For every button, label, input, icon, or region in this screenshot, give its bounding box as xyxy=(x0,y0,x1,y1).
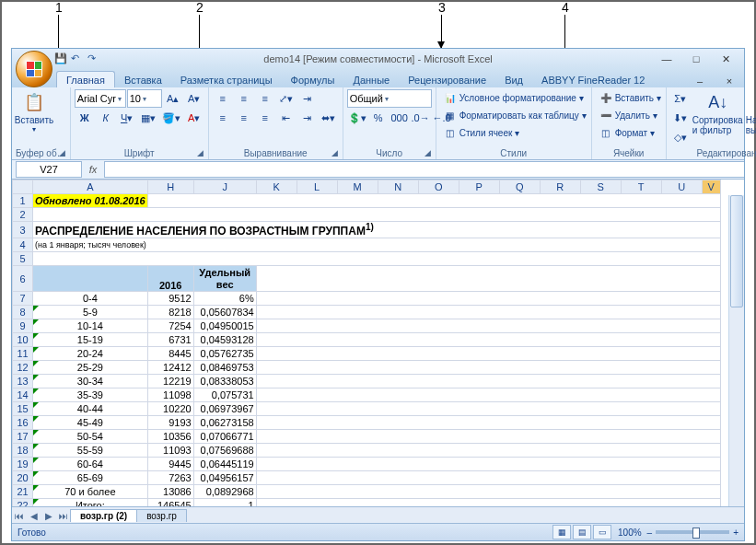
maximize-button[interactable]: □ xyxy=(685,52,707,65)
col-header[interactable]: M xyxy=(337,180,378,194)
number-format-combo[interactable]: Общий▾ xyxy=(347,89,432,108)
cell[interactable]: 20-24 xyxy=(33,347,148,361)
minimize-button[interactable]: — xyxy=(656,52,678,65)
cell[interactable]: 0,0892968 xyxy=(193,485,256,499)
row-header[interactable]: 14 xyxy=(13,388,33,402)
cell[interactable]: 70 и более xyxy=(33,485,148,499)
zoom-slider[interactable] xyxy=(656,530,729,534)
cell[interactable]: 13086 xyxy=(147,485,193,499)
cell[interactable]: 10-14 xyxy=(33,319,148,333)
align-left-button[interactable]: ≡ xyxy=(213,109,233,127)
underline-button[interactable]: Ч▾ xyxy=(117,109,137,127)
col-header[interactable]: A xyxy=(33,180,148,194)
shrink-font-button[interactable]: A▾ xyxy=(184,89,204,108)
align-right-button[interactable]: ≡ xyxy=(255,109,275,127)
row-header[interactable]: 20 xyxy=(13,471,33,485)
font-launcher-icon[interactable]: ◢ xyxy=(197,148,206,157)
alignment-launcher-icon[interactable]: ◢ xyxy=(331,148,341,157)
format-cells-button[interactable]: ◫Формат▾ xyxy=(596,124,665,141)
col-header[interactable]: J xyxy=(193,180,256,194)
paste-button[interactable]: 📋Вставить▾ xyxy=(16,89,52,133)
tab-review[interactable]: Рецензирование xyxy=(399,72,495,87)
col-header[interactable]: P xyxy=(459,180,499,194)
cell[interactable]: Удельный вес xyxy=(193,266,256,292)
grow-font-button[interactable]: A▴ xyxy=(163,89,183,108)
row-header[interactable]: 16 xyxy=(13,416,33,430)
col-header[interactable]: S xyxy=(580,180,621,194)
find-select-button[interactable]: 🔍Найти и выделить xyxy=(746,89,756,135)
align-center-button[interactable]: ≡ xyxy=(234,109,254,127)
row-header[interactable]: 11 xyxy=(13,347,33,361)
sheet-tab[interactable]: возр.гр (2) xyxy=(70,509,137,522)
cell[interactable]: 45-49 xyxy=(33,416,148,430)
ribbon-minimize-button[interactable]: – xyxy=(689,75,711,87)
percent-button[interactable]: % xyxy=(368,109,389,127)
cell[interactable]: 0,08469753 xyxy=(193,361,256,375)
cell[interactable]: 12219 xyxy=(147,375,193,388)
cell[interactable]: 50-54 xyxy=(33,430,148,444)
cell[interactable]: 0,06273158 xyxy=(193,416,256,430)
cell[interactable]: 9193 xyxy=(147,416,193,430)
cell[interactable]: 0,07569688 xyxy=(193,444,256,458)
fill-color-button[interactable]: 🪣▾ xyxy=(159,109,183,127)
cell[interactable]: 6% xyxy=(193,292,256,306)
cell[interactable]: 9445 xyxy=(147,458,193,471)
cell[interactable]: 0,06445119 xyxy=(193,458,256,471)
col-header[interactable]: T xyxy=(621,180,661,194)
view-pagebreak-button[interactable]: ▭ xyxy=(593,525,611,539)
clear-button[interactable]: ◇▾ xyxy=(670,128,691,146)
sheet-tab[interactable]: возр.гр xyxy=(136,509,187,522)
row-header[interactable]: 2 xyxy=(13,208,33,222)
row-header[interactable]: 15 xyxy=(13,402,33,416)
cell[interactable]: 35-39 xyxy=(33,388,148,402)
tab-insert[interactable]: Вставка xyxy=(115,72,171,87)
format-as-table-button[interactable]: ▦Форматировать как таблицу▾ xyxy=(440,107,590,123)
cell[interactable]: 60-64 xyxy=(33,458,148,471)
currency-button[interactable]: 💲▾ xyxy=(347,109,367,127)
col-header[interactable]: L xyxy=(297,180,337,194)
col-header[interactable]: Q xyxy=(499,180,540,194)
cell[interactable]: 0,075731 xyxy=(193,388,256,402)
col-header[interactable]: O xyxy=(418,180,459,194)
sheet-nav-prev-icon[interactable]: ◀ xyxy=(27,511,41,521)
cell[interactable]: 65-69 xyxy=(33,471,148,485)
cell[interactable]: 55-59 xyxy=(33,444,148,458)
cell[interactable]: 12412 xyxy=(147,361,193,375)
qat-undo-icon[interactable]: ↶ xyxy=(71,52,84,65)
cell-title[interactable]: РАСПРЕДЕЛЕНИЕ НАСЕЛЕНИЯ ПО ВОЗРАСТНЫМ ГР… xyxy=(33,222,721,238)
qat-redo-icon[interactable]: ↷ xyxy=(87,52,100,65)
cell[interactable]: 10220 xyxy=(147,402,193,416)
tab-formulas[interactable]: Формулы xyxy=(282,72,344,87)
cell[interactable]: 5-9 xyxy=(33,306,148,319)
cell[interactable]: 15-19 xyxy=(33,333,148,347)
row-header[interactable]: 1 xyxy=(13,194,33,208)
row-header[interactable]: 13 xyxy=(13,375,33,388)
cell[interactable]: (на 1 января; тысяч человек) xyxy=(33,238,721,252)
cell[interactable]: 8445 xyxy=(147,347,193,361)
align-top-button[interactable]: ≡ xyxy=(213,89,233,108)
clipboard-launcher-icon[interactable]: ◢ xyxy=(59,148,68,157)
cell[interactable]: 9512 xyxy=(147,292,193,306)
cell[interactable]: 0,07066771 xyxy=(193,430,256,444)
cell[interactable]: 10356 xyxy=(147,430,193,444)
cell[interactable]: Обновлено 01.08.2016 xyxy=(33,194,148,208)
insert-cells-button[interactable]: ➕Вставить▾ xyxy=(596,89,665,106)
italic-button[interactable]: К xyxy=(96,109,116,127)
delete-cells-button[interactable]: ➖Удалить▾ xyxy=(596,107,665,123)
comma-button[interactable]: 000 xyxy=(390,109,410,127)
font-name-combo[interactable]: Arial Cyr▾ xyxy=(75,89,126,108)
row-header[interactable]: 8 xyxy=(13,306,33,319)
select-all-corner[interactable] xyxy=(13,180,33,194)
decrease-indent-button[interactable]: ⇤ xyxy=(276,109,297,127)
tab-abbyy[interactable]: ABBYY FineReader 12 xyxy=(532,72,654,87)
cell[interactable]: 11093 xyxy=(147,444,193,458)
sort-filter-button[interactable]: A↓Сортировка и фильтр xyxy=(692,89,744,135)
borders-button[interactable]: ▦▾ xyxy=(138,109,158,127)
wrap-text-button[interactable]: ⇥ xyxy=(297,89,318,108)
zoom-level[interactable]: 100% xyxy=(618,528,642,538)
office-button[interactable] xyxy=(16,51,52,87)
font-size-combo[interactable]: 10▾ xyxy=(127,89,162,108)
sheet-nav-first-icon[interactable]: ⏮ xyxy=(12,511,27,521)
vertical-scrollbar[interactable] xyxy=(728,195,744,507)
merge-button[interactable]: ⬌▾ xyxy=(319,109,339,127)
